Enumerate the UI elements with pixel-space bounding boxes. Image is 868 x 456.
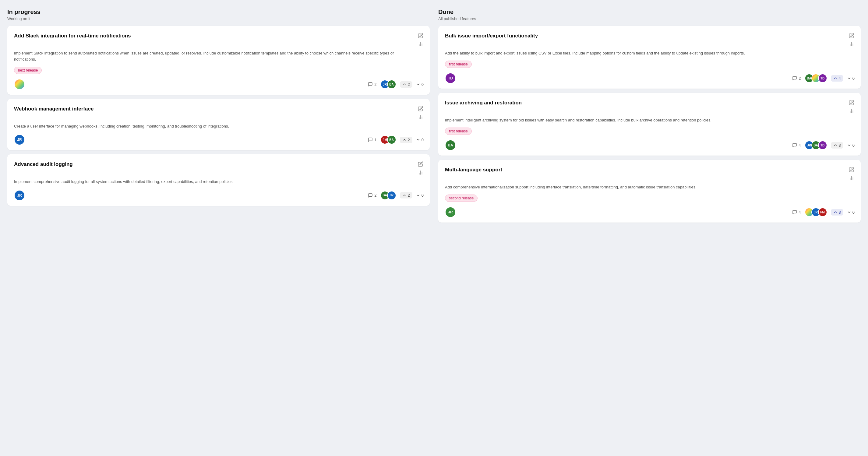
edit-icon[interactable]: [848, 100, 855, 106]
card-header: Issue archiving and restoration: [445, 100, 855, 114]
column-done: DoneAll published featuresBulk issue imp…: [438, 8, 861, 223]
edit-icon[interactable]: [417, 161, 424, 167]
card-description: Implement intelligent archiving system f…: [445, 117, 855, 123]
edit-icon[interactable]: [417, 33, 424, 39]
downvote-button[interactable]: 0: [847, 210, 855, 215]
column-title-in-progress: In progress: [7, 8, 430, 15]
card-description: Implement comprehensive audit logging fo…: [14, 179, 424, 185]
avatar: [14, 79, 25, 90]
avatar: BA: [387, 80, 396, 89]
card-footer: JR2BAJR20: [14, 190, 424, 201]
card-actions: 2JRBA20: [368, 80, 424, 89]
chart-icon[interactable]: [417, 169, 424, 176]
comment-count[interactable]: 4: [792, 143, 801, 148]
column-subtitle-in-progress: Working on it: [7, 17, 430, 21]
kanban-board: In progressWorking on itAdd Slack integr…: [7, 8, 861, 223]
avatar: TD: [445, 73, 456, 84]
column-in-progress: In progressWorking on itAdd Slack integr…: [7, 8, 430, 223]
avatar-stack: BATD: [805, 74, 827, 83]
downvote-button[interactable]: 0: [416, 193, 424, 198]
card-description: Add the ability to bulk import and expor…: [445, 50, 855, 56]
avatar-stack: FMBA: [380, 135, 396, 144]
edit-icon[interactable]: [417, 106, 424, 112]
avatar: FM: [818, 207, 827, 217]
card-actions: 2BAJR20: [368, 191, 424, 200]
card-tag: second release: [445, 195, 477, 202]
upvote-button[interactable]: 2: [400, 192, 412, 198]
card-tag: first release: [445, 61, 472, 68]
card-description: Add comprehensive internationalization s…: [445, 184, 855, 190]
card-footer: TD2BATD40: [445, 73, 855, 84]
card-card-6: Multi-language supportAdd comprehensive …: [438, 160, 861, 223]
card-title: Add Slack integration for real-time noti…: [14, 33, 417, 39]
card-action-icons: [848, 166, 855, 181]
card-header: Multi-language support: [445, 166, 855, 181]
column-header-in-progress: In progressWorking on it: [7, 8, 430, 21]
card-card-1: Add Slack integration for real-time noti…: [7, 26, 430, 95]
chart-icon[interactable]: [417, 114, 424, 120]
card-title: Multi-language support: [445, 166, 848, 173]
card-actions: 4JRFM30: [792, 207, 855, 217]
card-header: Advanced audit logging: [14, 161, 424, 176]
card-footer: BA4JRBATD30: [445, 140, 855, 151]
card-card-2: Webhook management interfaceCreate a use…: [7, 99, 430, 150]
avatar: TD: [818, 141, 827, 150]
card-actions: 1FMBA20: [368, 135, 424, 144]
edit-icon[interactable]: [848, 166, 855, 172]
card-action-icons: [848, 33, 855, 47]
chart-icon[interactable]: [848, 41, 855, 47]
card-title: Bulk issue import/export functionality: [445, 33, 848, 39]
cards-container-done: Bulk issue import/export functionalityAd…: [438, 26, 861, 223]
card-title: Webhook management interface: [14, 106, 417, 112]
avatar-stack: JRFM: [805, 207, 827, 217]
avatar-stack: BAJR: [380, 191, 396, 200]
avatar-stack: JRBATD: [805, 141, 827, 150]
card-description: Create a user interface for managing web…: [14, 123, 424, 129]
card-action-icons: [417, 33, 424, 47]
comment-count[interactable]: 2: [368, 193, 376, 198]
upvote-button[interactable]: 3: [831, 209, 843, 216]
upvote-button[interactable]: 4: [831, 75, 843, 82]
avatar: JR: [387, 191, 396, 200]
chart-icon[interactable]: [848, 108, 855, 114]
card-footer: JR4JRFM30: [445, 207, 855, 218]
downvote-button[interactable]: 0: [416, 82, 424, 87]
card-header: Bulk issue import/export functionality: [445, 33, 855, 47]
card-header: Webhook management interface: [14, 106, 424, 120]
upvote-button[interactable]: 2: [400, 137, 412, 143]
downvote-button[interactable]: 0: [847, 143, 855, 148]
card-card-3: Advanced audit loggingImplement comprehe…: [7, 154, 430, 205]
card-title: Advanced audit logging: [14, 161, 417, 168]
upvote-button[interactable]: 2: [400, 81, 412, 88]
avatar-stack: JRBA: [380, 80, 396, 89]
card-description: Implement Slack integration to send auto…: [14, 50, 424, 62]
comment-count[interactable]: 2: [792, 76, 801, 81]
avatar: BA: [387, 135, 396, 144]
upvote-button[interactable]: 3: [831, 142, 843, 149]
comment-count[interactable]: 4: [792, 210, 801, 215]
edit-icon[interactable]: [848, 33, 855, 39]
column-header-done: DoneAll published features: [438, 8, 861, 21]
card-actions: 4JRBATD30: [792, 141, 855, 150]
downvote-button[interactable]: 0: [847, 76, 855, 81]
card-card-4: Bulk issue import/export functionalityAd…: [438, 26, 861, 89]
card-tag: first release: [445, 128, 472, 135]
downvote-button[interactable]: 0: [416, 138, 424, 142]
card-footer: JR1FMBA20: [14, 134, 424, 145]
avatar: BA: [445, 140, 456, 151]
card-action-icons: [417, 106, 424, 120]
chart-icon[interactable]: [417, 41, 424, 47]
avatar: JR: [14, 190, 25, 201]
card-header: Add Slack integration for real-time noti…: [14, 33, 424, 47]
card-actions: 2BATD40: [792, 74, 855, 83]
cards-container-in-progress: Add Slack integration for real-time noti…: [7, 26, 430, 206]
card-action-icons: [848, 100, 855, 114]
comment-count[interactable]: 2: [368, 82, 376, 87]
card-footer: 2JRBA20: [14, 79, 424, 90]
avatar: JR: [14, 134, 25, 145]
comment-count[interactable]: 1: [368, 137, 376, 142]
card-tag: next release: [14, 67, 42, 74]
card-card-5: Issue archiving and restorationImplement…: [438, 93, 861, 156]
chart-icon[interactable]: [848, 175, 855, 181]
avatar: TD: [818, 74, 827, 83]
